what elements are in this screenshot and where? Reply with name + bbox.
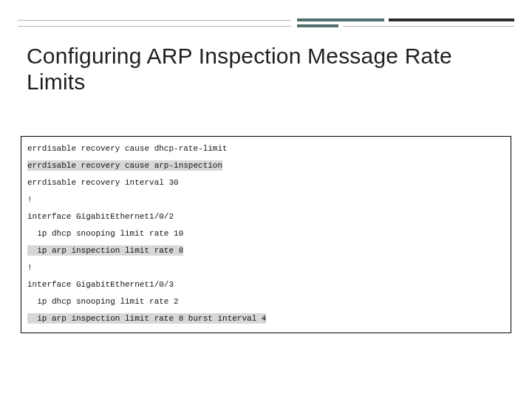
code-text: ip arp inspection limit rate 8 [27,245,183,256]
code-text: ! [27,263,33,272]
code-line: errdisable recovery interval 30 [27,177,505,194]
code-text: interface GigabitEthernet1/0/3 [27,280,174,289]
code-line: ! [27,194,505,211]
code-text: interface GigabitEthernet1/0/2 [27,212,174,221]
code-line: interface GigabitEthernet1/0/3 [27,279,505,296]
code-line: ip arp inspection limit rate 8 burst int… [27,313,505,325]
slide-title: Configuring ARP Inspection Message Rate … [27,43,505,95]
code-text: errdisable recovery cause dhcp-rate-limi… [27,144,228,153]
slide-top-rule [18,18,514,38]
code-line: ip dhcp snooping limit rate 10 [27,228,505,245]
code-line: errdisable recovery cause arp-inspection [27,160,505,177]
code-text: errdisable recovery cause arp-inspection [27,160,222,171]
code-text: ip dhcp snooping limit rate 10 [27,229,183,238]
code-line: errdisable recovery cause dhcp-rate-limi… [27,143,505,160]
code-line: ip arp inspection limit rate 8 [27,245,505,262]
code-line: ! [27,262,505,279]
code-text: errdisable recovery interval 30 [27,178,179,187]
code-line: interface GigabitEthernet1/0/2 [27,211,505,228]
code-text: ip arp inspection limit rate 8 burst int… [27,313,266,324]
config-code-block: errdisable recovery cause dhcp-rate-limi… [21,136,511,333]
code-text: ip dhcp snooping limit rate 2 [27,297,179,306]
code-line: ip dhcp snooping limit rate 2 [27,296,505,313]
code-text: ! [27,195,33,204]
